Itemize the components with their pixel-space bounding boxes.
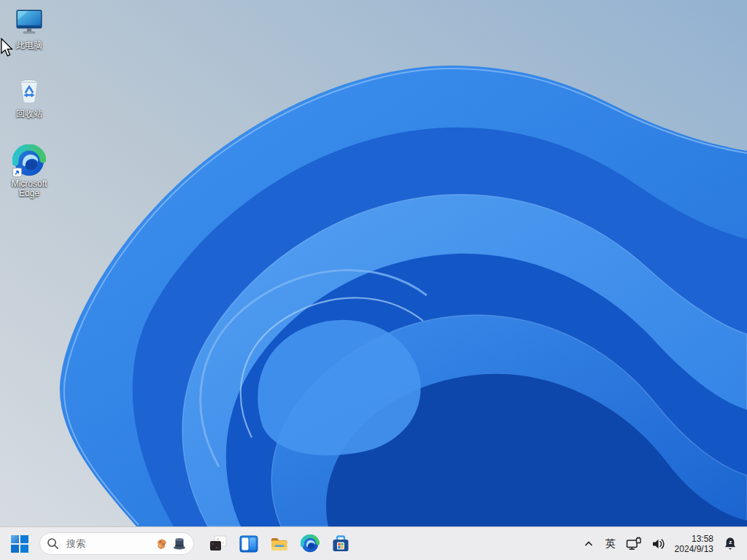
mouse-cursor (0, 38, 15, 58)
search-highlight-creature-icon (155, 537, 170, 551)
hidden-icons-button[interactable] (578, 530, 599, 558)
ime-indicator[interactable]: 英 (600, 530, 621, 558)
taskbar-app-edge[interactable] (296, 530, 324, 558)
bell-dnd-z-glyph: z (729, 538, 732, 545)
bell-dnd-icon: z (723, 537, 738, 551)
taskbar: 英 (0, 526, 747, 560)
taskbar-left-group (6, 530, 355, 558)
system-tray: 英 (578, 530, 741, 558)
edge-icon (12, 144, 46, 178)
network-button[interactable] (622, 530, 646, 558)
overlapping-windows-icon (209, 534, 228, 553)
tray-date: 2024/9/13 (675, 544, 713, 554)
desktop-icon-label: 回收站 (16, 109, 42, 119)
start-button[interactable] (6, 530, 34, 558)
file-explorer-icon (270, 534, 289, 553)
microsoft-store-icon (331, 534, 350, 553)
windows-desktop: 此电脑 回收站 (0, 0, 747, 560)
ime-language-label: 英 (605, 537, 616, 551)
taskbar-app-file-explorer[interactable] (266, 530, 293, 558)
volume-button[interactable] (647, 530, 669, 558)
this-pc-icon (14, 6, 44, 39)
task-view-icon (239, 534, 258, 553)
desktop-icon-edge[interactable]: Microsoft Edge (1, 144, 57, 198)
search-box[interactable] (39, 532, 194, 555)
windows-logo-icon (10, 534, 29, 553)
search-highlight-top-hat-icon (172, 537, 187, 551)
desktop-icon-label: Microsoft Edge (1, 179, 57, 198)
tray-time: 13:58 (675, 534, 713, 544)
shortcut-arrow-icon (12, 168, 22, 177)
chevron-up-icon (583, 538, 595, 550)
taskbar-app-task-view[interactable] (235, 530, 263, 558)
notification-center-button[interactable]: z (719, 530, 741, 558)
volume-icon (651, 537, 665, 551)
taskbar-app-microsoft-store[interactable] (327, 530, 355, 558)
ethernet-icon (626, 537, 642, 551)
desktop-icon-recycle-bin[interactable]: 回收站 (1, 74, 57, 119)
search-input[interactable] (65, 537, 150, 550)
desktop-icon-label: 此电脑 (16, 41, 42, 50)
wallpaper-bloom (0, 0, 747, 560)
edge-icon (301, 534, 320, 553)
recycle-bin-icon (15, 74, 44, 108)
magnifier-icon (47, 537, 59, 550)
pinned-apps (204, 530, 355, 558)
clock[interactable]: 13:58 2024/9/13 (670, 530, 718, 558)
taskbar-app-overlapping-windows[interactable] (204, 530, 232, 558)
search-highlights[interactable] (155, 537, 187, 551)
